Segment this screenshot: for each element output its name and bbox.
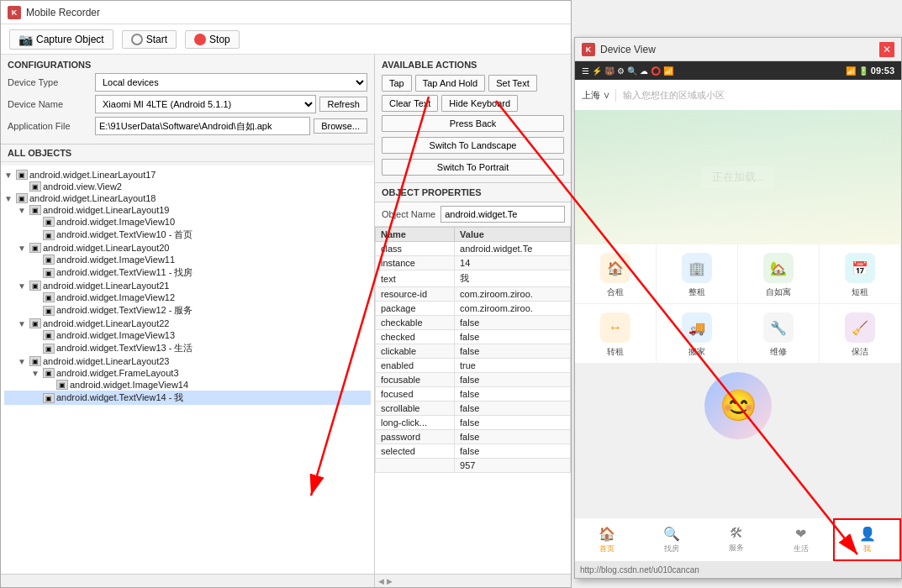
left-panel: CONFIGURATIONS Device Type Local devices… <box>1 55 375 587</box>
props-scrollbar[interactable]: ◀ ▶ <box>375 574 571 587</box>
nav-icon: ❤ <box>795 526 806 542</box>
prop-value: 957 <box>455 459 571 473</box>
properties-table-container: Name Value classandroid.widget.Teinstanc… <box>375 227 571 574</box>
tree-item[interactable]: ▼▣android.widget.LinearLayout20 <box>4 242 371 254</box>
prop-name: focused <box>376 387 455 402</box>
device-type-select[interactable]: Local devices <box>95 73 367 92</box>
tree-item[interactable]: ▼▣android.widget.LinearLayout21 <box>4 280 371 291</box>
tree-node-icon: ▣ <box>43 230 55 240</box>
property-row: focusedfalse <box>376 387 571 402</box>
tree-item[interactable]: ▣android.widget.TextView14 - 我 <box>4 391 371 405</box>
prop-name: focusable <box>376 373 455 387</box>
tree-node-icon: ▣ <box>29 318 41 328</box>
phone-icon-item[interactable]: 🚚搬家 <box>657 304 738 364</box>
phone-icons-grid: 🏠合租🏢整租🏡自如寓📅短租↔转租🚚搬家🔧维修🧹保洁 <box>575 244 901 364</box>
tree-item[interactable]: ▣android.widget.ImageView10 <box>4 216 371 228</box>
stop-icon <box>194 34 206 45</box>
tree-item[interactable]: ▣android.widget.TextView12 - 服务 <box>4 303 371 318</box>
tree-node-icon: ▣ <box>29 181 41 192</box>
phone-icon-item[interactable]: 📅短租 <box>820 244 901 304</box>
nav-item-生活[interactable]: ❤生活 <box>768 518 833 561</box>
configurations-section: CONFIGURATIONS Device Type Local devices… <box>1 55 374 144</box>
tree-item[interactable]: ▼▣android.widget.FrameLayout3 <box>4 367 371 379</box>
device-close-button[interactable]: ✕ <box>879 42 894 57</box>
tree-item[interactable]: ▣android.widget.TextView13 - 生活 <box>4 341 371 355</box>
tree-item-label: android.widget.TextView13 - 生活 <box>56 342 193 354</box>
capture-object-button[interactable]: 📷 Capture Object <box>9 29 113 50</box>
prop-value: 14 <box>455 256 571 270</box>
action-btn-tap-and-hold[interactable]: Tap And Hold <box>415 75 485 92</box>
toolbar: 📷 Capture Object Start Stop <box>1 24 571 55</box>
property-row: classandroid.widget.Te <box>376 242 571 256</box>
prop-value: false <box>455 387 571 402</box>
tree-item[interactable]: ▣android.widget.TextView11 - 找房 <box>4 265 371 280</box>
phone-icon-item[interactable]: 🏢整租 <box>657 244 738 304</box>
action-btn-switch-to-landscape[interactable]: Switch To Landscape <box>382 137 564 154</box>
device-view-window: K Device View ✕ ☰ ⚡ 🐻 ⚙ 🔍 ☁ ⭕ 📶 📶 🔋 09:5… <box>574 37 902 579</box>
action-btn-hide-keyboard[interactable]: Hide Keyboard <box>441 95 518 112</box>
tree-scrollbar[interactable] <box>1 574 374 587</box>
tree-node-icon: ▣ <box>43 255 55 265</box>
tree-item[interactable]: ▼▣android.widget.LinearLayout22 <box>4 318 371 329</box>
phone-search-bar: 上海 ∨ 输入您想住的区域或小区 <box>575 80 901 110</box>
nav-item-找房[interactable]: 🔍找房 <box>640 518 704 561</box>
search-placeholder[interactable]: 输入您想住的区域或小区 <box>623 89 894 102</box>
device-name-select[interactable]: Xiaomi MI 4LTE (Android 5.1.1) <box>95 95 316 113</box>
prop-name: password <box>376 430 455 444</box>
location-tag[interactable]: 上海 ∨ <box>582 89 616 102</box>
tree-item[interactable]: ▣android.widget.ImageView14 <box>4 379 371 391</box>
tree-item[interactable]: ▼▣android.widget.LinearLayout19 <box>4 204 371 216</box>
object-name-input[interactable] <box>440 206 565 223</box>
action-btn-clear-text[interactable]: Clear Text <box>382 95 438 112</box>
start-button[interactable]: Start <box>122 30 177 49</box>
tree-item[interactable]: ▣android.view.View2 <box>4 181 371 192</box>
tree-item-label: android.widget.LinearLayout19 <box>43 205 169 215</box>
property-row: passwordfalse <box>376 430 571 444</box>
tree-item[interactable]: ▣android.widget.ImageView12 <box>4 291 371 303</box>
prop-value: false <box>455 330 571 344</box>
nav-item-服务[interactable]: 🛠服务 <box>704 518 769 561</box>
action-btn-press-back[interactable]: Press Back <box>382 115 564 132</box>
phone-icon-label: 合租 <box>607 286 624 298</box>
phone-icon-item[interactable]: 🔧维修 <box>738 304 820 364</box>
title-bar: K Mobile Recorder <box>1 1 571 24</box>
tree-item[interactable]: ▣android.widget.TextView10 - 首页 <box>4 228 371 242</box>
nav-item-我[interactable]: 👤我 <box>833 518 901 561</box>
action-btn-tap[interactable]: Tap <box>382 75 412 92</box>
start-icon <box>131 34 143 45</box>
action-btn-switch-to-portrait[interactable]: Switch To Portrait <box>382 159 564 176</box>
phone-icon-item[interactable]: 🏠合租 <box>575 244 657 304</box>
phone-icon-circle: ↔ <box>600 312 630 343</box>
stop-button[interactable]: Stop <box>185 30 240 49</box>
tree-item[interactable]: ▣android.widget.ImageView11 <box>4 254 371 265</box>
property-row: packagecom.ziroom.ziroo. <box>376 302 571 316</box>
tree-item-label: android.widget.ImageView10 <box>56 217 175 227</box>
phone-icon-item[interactable]: 🏡自如寓 <box>738 244 820 304</box>
phone-icon-item[interactable]: 🧹保洁 <box>820 304 901 364</box>
nav-item-首页[interactable]: 🏠首页 <box>575 518 640 561</box>
device-name-row: Device Name Xiaomi MI 4LTE (Android 5.1.… <box>8 95 367 113</box>
tree-item[interactable]: ▣android.widget.ImageView13 <box>4 329 371 341</box>
nav-icon: 🛠 <box>730 526 743 541</box>
refresh-button[interactable]: Refresh <box>319 97 367 112</box>
tree-item[interactable]: ▼▣android.widget.LinearLayout18 <box>4 192 371 204</box>
property-row: text我 <box>376 270 571 287</box>
device-type-row: Device Type Local devices <box>8 73 367 92</box>
phone-icon-label: 维修 <box>770 346 787 358</box>
avatar: 😊 <box>704 372 772 439</box>
property-row: 957 <box>376 459 571 473</box>
action-btn-set-text[interactable]: Set Text <box>488 75 537 92</box>
phone-icon-item[interactable]: ↔转租 <box>575 304 657 364</box>
phone-icon-label: 保洁 <box>852 346 868 358</box>
app-file-input[interactable] <box>95 117 310 135</box>
tree-item-label: android.widget.LinearLayout20 <box>43 243 169 253</box>
tree-container[interactable]: ▼▣android.widget.LinearLayout17 ▣android… <box>1 165 374 574</box>
browse-button[interactable]: Browse... <box>314 118 367 134</box>
device-name-label: Device Name <box>8 99 92 109</box>
tree-node-icon: ▣ <box>43 393 55 403</box>
tree-item[interactable]: ▼▣android.widget.LinearLayout23 <box>4 355 371 367</box>
tree-item[interactable]: ▼▣android.widget.LinearLayout17 <box>4 169 371 181</box>
phone-icon-label: 转租 <box>607 346 624 358</box>
prop-name: checkable <box>376 316 455 330</box>
phone-icon-label: 自如寓 <box>766 286 791 298</box>
